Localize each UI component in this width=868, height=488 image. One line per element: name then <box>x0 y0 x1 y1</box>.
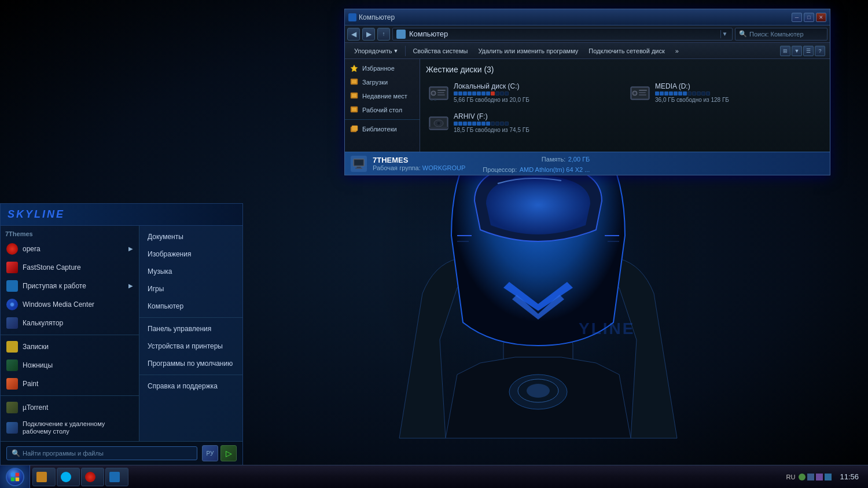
close-button[interactable]: ✕ <box>816 13 826 22</box>
skype-taskbar-icon <box>61 472 71 482</box>
right-item-control-panel[interactable]: Панель управления <box>139 320 242 337</box>
calc-icon <box>6 317 18 329</box>
file-explorer-window: Компьютер ─ □ ✕ ◀ ▶ ↑ Компьютер ▼ 🔍 Поис… <box>344 9 830 175</box>
getstarted-label: Приступая к работе <box>23 282 86 290</box>
tray-icon-2[interactable] <box>807 474 814 480</box>
start-item-getstarted[interactable]: Приступая к работе ▶ <box>1 277 139 295</box>
start-item-sticky[interactable]: Записки <box>1 337 139 356</box>
right-item-help[interactable]: Справка и поддержка <box>139 377 242 395</box>
drive-f-bar <box>454 122 822 126</box>
drive-c-info: Локальный диск (C:) 5,66 ГБ свободно из … <box>454 82 620 103</box>
ie-taskbar-icon <box>109 472 120 482</box>
footer-btn-2[interactable]: ▷ <box>220 445 237 461</box>
search-placeholder: Поиск: Компьютер <box>749 31 804 38</box>
back-button[interactable]: ◀ <box>347 28 360 41</box>
getstarted-arrow-icon: ▶ <box>128 282 133 289</box>
sidebar-divider <box>345 119 420 120</box>
taskbar-app-opera[interactable] <box>81 468 104 486</box>
remote-icon <box>6 422 18 434</box>
toolbar-separator-1 <box>405 46 406 56</box>
sidebar-item-downloads[interactable]: Загрузки <box>345 75 420 89</box>
opera-taskbar-icon <box>85 472 95 482</box>
right-item-music[interactable]: Музыка <box>139 263 242 280</box>
sidebar-item-desktop[interactable]: Рабочий стол <box>345 103 420 117</box>
right-item-devices[interactable]: Устройства и принтеры <box>139 337 242 355</box>
taskbar-app-explorer[interactable] <box>32 468 56 486</box>
uninstall-button[interactable]: Удалить или изменить программу <box>473 45 583 57</box>
tray-icon-3[interactable] <box>816 474 823 480</box>
start-item-faststone[interactable]: FastStone Capture <box>1 258 139 277</box>
start-orb <box>6 468 24 486</box>
help-icon[interactable]: ? <box>815 46 825 56</box>
computer-workgroup: Рабочая группа: WORKGROUP <box>373 164 465 171</box>
taskbar-app-ie[interactable] <box>105 468 128 486</box>
svg-marker-10 <box>351 65 358 72</box>
start-item-opera[interactable]: opera ▶ <box>1 240 139 258</box>
start-button[interactable] <box>0 465 30 489</box>
taskbar-app-skype[interactable] <box>57 468 80 486</box>
drive-d-icon <box>630 82 650 103</box>
right-panel-divider <box>139 317 242 318</box>
start-item-paint[interactable]: Paint <box>1 375 139 393</box>
footer-btn-1[interactable]: РУ <box>202 445 218 461</box>
svg-rect-33 <box>639 92 646 93</box>
tray-icon-4[interactable] <box>825 474 832 480</box>
window-titlebar: Компьютер ─ □ ✕ <box>345 9 830 25</box>
svg-rect-39 <box>429 127 448 129</box>
start-item-utorrent[interactable]: µTorrent <box>1 398 139 417</box>
right-item-defaults[interactable]: Программы по умолчанию <box>139 355 242 372</box>
sidebar-item-favorites[interactable]: Избранное <box>345 61 420 75</box>
start-item-wmc[interactable]: Windows Media Center <box>1 295 139 314</box>
favorites-label: Избранное <box>362 65 395 72</box>
explorer-taskbar-icon <box>36 472 47 482</box>
svg-text:YLINE: YLINE <box>579 320 635 337</box>
organize-button[interactable]: Упорядочить ▼ <box>350 45 403 57</box>
search-box-placeholder: Найти программы и файлы <box>23 450 104 457</box>
right-item-documents[interactable]: Документы <box>139 228 242 245</box>
view-list-icon[interactable]: ☰ <box>803 46 814 56</box>
start-item-calc[interactable]: Калькулятор <box>1 314 139 332</box>
sidebar-item-libraries[interactable]: Библиотеки <box>345 122 420 136</box>
up-button[interactable]: ↑ <box>377 28 390 41</box>
sidebar-item-recent[interactable]: Недавние мест <box>345 89 420 103</box>
forward-button[interactable]: ▶ <box>362 28 375 41</box>
start-search-box[interactable]: 🔍 Найти программы и файлы <box>6 446 197 460</box>
minimize-button[interactable]: ─ <box>792 13 802 22</box>
drive-c-bar <box>454 91 620 96</box>
drive-f-item[interactable]: ARHIV (F:) 18,5 ГБ свободно из 74,5 ГБ <box>426 110 824 135</box>
window-toolbar: Упорядочить ▼ Свойства системы Удалить и… <box>345 43 830 59</box>
drive-c-item[interactable]: Локальный диск (C:) 5,66 ГБ свободно из … <box>426 80 623 105</box>
system-props-button[interactable]: Свойства системы <box>408 45 472 57</box>
view-dropdown-icon[interactable]: ▼ <box>792 46 802 56</box>
start-item-remote[interactable]: Подключение к удаленномурабочему столу <box>1 417 139 439</box>
address-dropdown-icon[interactable]: ▼ <box>720 30 729 38</box>
search-field[interactable]: 🔍 Поиск: Компьютер <box>735 28 827 41</box>
libraries-label: Библиотеки <box>362 126 397 133</box>
start-menu-divider-1 <box>1 335 139 335</box>
drive-d-item[interactable]: MEDIA (D:) 36,0 ГБ свободно из 128 ГБ <box>627 80 824 105</box>
right-item-games[interactable]: Игры <box>139 280 242 298</box>
start-item-scissors[interactable]: Ножницы <box>1 356 139 375</box>
view-large-icon[interactable]: ⊞ <box>780 46 790 56</box>
right-item-computer[interactable]: Компьютер <box>139 298 242 315</box>
svg-rect-34 <box>639 94 646 96</box>
connect-disk-label: Подключить сетевой диск <box>589 47 664 54</box>
getstarted-icon <box>6 280 18 292</box>
tray-lang: RU <box>786 474 796 480</box>
search-box-icon: 🔍 <box>12 449 20 457</box>
right-panel-divider-2 <box>139 375 242 375</box>
svg-rect-12 <box>352 80 356 83</box>
more-button[interactable]: » <box>671 45 683 57</box>
svg-rect-24 <box>437 92 444 93</box>
view-controls: ⊞ ▼ ☰ ? <box>780 46 825 56</box>
right-item-images[interactable]: Изображения <box>139 245 242 263</box>
maximize-button[interactable]: □ <box>804 13 814 22</box>
taskbar-apps <box>30 465 782 488</box>
computer-name-block: 7THEMES Рабочая группа: WORKGROUP <box>373 156 465 171</box>
drives-grid: Локальный диск (C:) 5,66 ГБ свободно из … <box>426 80 824 135</box>
address-icon <box>396 30 406 39</box>
tray-icon-1[interactable] <box>799 474 806 480</box>
connect-disk-button[interactable]: Подключить сетевой диск <box>584 45 669 57</box>
address-field[interactable]: Компьютер ▼ <box>392 28 733 41</box>
opera-arrow-icon: ▶ <box>128 245 133 252</box>
